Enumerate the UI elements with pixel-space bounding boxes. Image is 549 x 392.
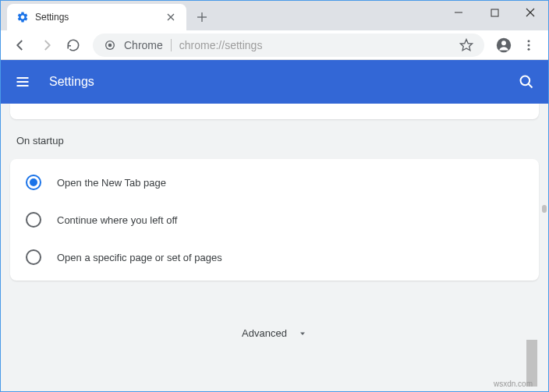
maximize-button[interactable] [476,1,512,24]
svg-point-14 [528,40,530,42]
tab-title: Settings [35,12,158,23]
site-security-label: Chrome [124,39,163,51]
radio-icon[interactable] [26,249,41,265]
address-bar[interactable]: Chrome chrome://settings [93,34,484,57]
radio-label: Open a specific page or set of pages [57,252,222,263]
kebab-menu-icon[interactable] [517,34,540,57]
watermark: wsxdn.com [494,380,533,388]
settings-content[interactable]: On startup Open the New Tab page Continu… [1,104,548,392]
svg-point-15 [528,44,530,46]
scrollbar[interactable] [542,205,547,213]
radio-option[interactable]: Open a specific page or set of pages [10,238,539,276]
chevron-down-icon [298,329,307,338]
radio-icon[interactable] [26,212,41,228]
reload-button[interactable] [62,34,85,57]
close-tab-icon[interactable] [165,11,177,23]
divider [171,39,172,51]
new-tab-button[interactable] [191,6,213,28]
radio-icon[interactable] [26,175,41,190]
site-info-icon[interactable] [104,39,116,51]
svg-line-21 [529,84,533,88]
card-edge [10,104,539,119]
settings-header: Settings [1,60,548,104]
startup-options-card: Open the New Tab page Continue where you… [10,159,539,281]
advanced-toggle[interactable]: Advanced [10,318,539,348]
svg-point-10 [108,43,112,47]
minimize-button[interactable] [441,1,476,24]
forward-button[interactable] [35,34,58,57]
url-text: chrome://settings [179,39,452,51]
page-title: Settings [49,75,500,89]
radio-option[interactable]: Continue where you left off [10,201,539,238]
svg-marker-11 [461,39,473,50]
search-icon[interactable] [519,74,534,90]
browser-tab[interactable]: Settings [7,4,186,30]
account-icon[interactable] [492,34,515,57]
back-button[interactable] [9,34,32,57]
hamburger-menu-icon[interactable] [15,74,30,90]
svg-point-16 [528,48,530,50]
radio-label: Open the New Tab page [57,177,166,189]
svg-point-13 [501,41,506,45]
advanced-label: Advanced [242,327,287,339]
svg-point-20 [521,76,530,86]
bookmark-star-icon[interactable] [459,38,473,52]
close-window-button[interactable] [512,1,548,24]
svg-rect-1 [491,9,498,16]
browser-toolbar: Chrome chrome://settings [1,30,548,60]
gear-icon [16,11,29,23]
radio-label: Continue where you left off [57,214,177,226]
section-heading: On startup [16,135,539,147]
radio-option[interactable]: Open the New Tab page [10,164,539,201]
svg-marker-22 [300,332,305,335]
